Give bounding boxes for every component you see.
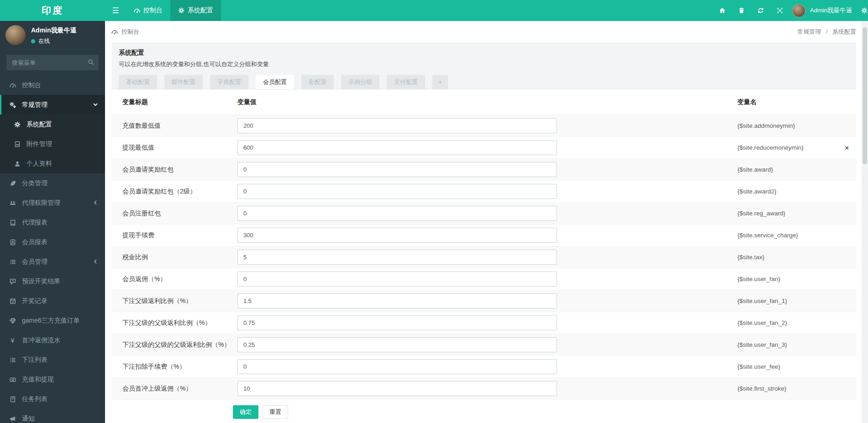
config-name-cell: {$site.reducemoneymin}× — [733, 144, 849, 151]
sidebar-item[interactable]: 分类管理 — [0, 173, 105, 193]
config-name-cell: {$site.user_fee} — [733, 363, 849, 370]
sidebar-item[interactable]: 会员管理 — [0, 252, 105, 272]
sidebar-item[interactable]: 常规管理 — [0, 95, 105, 115]
top-nav-item[interactable]: 控制台 — [126, 0, 170, 21]
sidebar-item[interactable]: 开奖记录 — [0, 291, 105, 311]
sidebar-item-label: 预设开奖结果 — [22, 277, 60, 286]
table-header-row: 变量标题 变量值 变量名 — [112, 89, 856, 115]
sidebar-item[interactable]: 会员报表 — [0, 232, 105, 252]
config-value-input[interactable] — [237, 162, 557, 177]
config-value-cell — [233, 315, 733, 330]
config-label: 税金比例 — [118, 253, 233, 261]
config-value-input[interactable] — [237, 337, 557, 352]
sidebar-item-label: 个人资料 — [26, 160, 52, 168]
tab-基础配置[interactable]: 基础配置 — [119, 75, 157, 89]
config-value-input[interactable] — [237, 315, 557, 330]
sidebar-item[interactable]: 代理权限管理 — [0, 193, 105, 213]
sidebar-item[interactable]: 控制台 — [0, 75, 105, 95]
sidebar-item[interactable]: 充值和提现 — [0, 370, 105, 389]
fullscreen-icon — [777, 7, 783, 14]
tab-支付配置[interactable]: 支付配置 — [387, 75, 425, 89]
avatar[interactable] — [5, 25, 26, 45]
config-value-input[interactable] — [237, 206, 557, 221]
config-value-input[interactable] — [237, 228, 557, 243]
sidebar-toggle-button[interactable]: ☰ — [105, 0, 126, 21]
gear-icon — [178, 7, 184, 14]
bullhorn-icon — [9, 416, 16, 422]
table-row: 会员邀请奖励红包{$site.award} — [112, 159, 856, 181]
table-row: 提现最低值{$site.reducemoneymin}× — [112, 137, 856, 159]
topbar-username[interactable]: Admin我最牛逼 — [810, 6, 852, 15]
sidebar-item[interactable]: 代理报表 — [0, 213, 105, 232]
sidebar-item[interactable]: 预设开奖结果 — [0, 272, 105, 291]
sidebar-item-label: 代理报表 — [22, 219, 47, 227]
sidebar-item[interactable]: 附件管理 — [0, 134, 105, 154]
config-tabs: 基础配置邮件配置字典配置会员配置彩配置示例分组支付配置+ — [119, 75, 849, 89]
tab-示例分组[interactable]: 示例分组 — [341, 75, 379, 89]
table-row: 下注父级的父级返利比例（%）{$site.user_fan_2} — [112, 312, 856, 334]
config-label: 下注父级返利比例（%） — [118, 297, 233, 305]
tab-邮件配置[interactable]: 邮件配置 — [164, 75, 203, 89]
config-var-name: {$site.user_fan_1} — [737, 298, 787, 304]
config-label: 充值数最低值 — [118, 122, 233, 130]
sidebar-item[interactable]: 个人资料 — [0, 154, 105, 173]
breadcrumb-section[interactable]: 常规管理 — [797, 28, 821, 35]
address-book-icon — [9, 239, 16, 245]
add-tab-button[interactable]: + — [432, 75, 448, 89]
close-icon[interactable]: × — [845, 144, 849, 151]
config-value-input[interactable] — [237, 140, 557, 155]
sidebar-item[interactable]: 下注列表 — [0, 350, 105, 370]
avatar[interactable] — [792, 4, 805, 17]
top-nav-item[interactable]: 系统配置 — [170, 0, 221, 21]
table-row: 下注扣除手续费（%）{$site.user_fee} — [112, 356, 856, 378]
config-value-input[interactable] — [237, 359, 557, 374]
search-input[interactable] — [6, 55, 99, 70]
config-var-name: {$site.tax} — [737, 254, 764, 261]
sidebar-item[interactable]: 系统配置 — [0, 115, 105, 134]
config-var-name: {$site.reg_award} — [737, 210, 785, 217]
sidebar-item-label: 代理权限管理 — [22, 199, 60, 207]
submit-button[interactable]: 确定 — [233, 405, 258, 419]
config-value-input[interactable] — [237, 118, 557, 133]
tab-字典配置[interactable]: 字典配置 — [210, 75, 248, 89]
config-value-cell — [233, 228, 733, 243]
home-icon[interactable] — [713, 0, 732, 21]
config-var-name: {$site.addmoneymin} — [737, 122, 795, 129]
config-label: 会员邀请奖励红包（2级） — [118, 188, 233, 196]
config-var-name: {$site.award2} — [737, 188, 777, 195]
table-row: 会员邀请奖励红包（2级）{$site.award2} — [112, 181, 856, 203]
scrollbar-thumb[interactable] — [863, 27, 867, 164]
sidebar-item[interactable]: 通知 — [0, 409, 105, 423]
user-icon — [14, 161, 21, 167]
refresh-icon[interactable] — [751, 0, 770, 21]
column-header: 变量值 — [233, 98, 733, 106]
sidebar-item[interactable]: ¥首冲返佣流水 — [0, 330, 105, 350]
tab-会员配置[interactable]: 会员配置 — [256, 75, 294, 89]
sidebar-item[interactable]: 任务列表 — [0, 389, 105, 409]
sidebar-item-label: 任务列表 — [22, 395, 47, 403]
reset-button[interactable]: 重置 — [263, 405, 288, 419]
tab-彩配置[interactable]: 彩配置 — [301, 75, 334, 89]
config-value-input[interactable] — [237, 184, 557, 199]
fullscreen-icon[interactable] — [770, 0, 789, 21]
panel-heading: 系统配置 可以在此增改系统的变量和分组,也可以自定义分组和变量 基础配置邮件配置… — [112, 42, 856, 89]
breadcrumb-left-label[interactable]: 控制台 — [121, 28, 139, 36]
config-value-input[interactable] — [237, 381, 557, 396]
gears-icon — [9, 102, 16, 108]
config-name-cell: {$site.user_fan_3} — [733, 341, 849, 348]
vertical-scrollbar[interactable] — [862, 21, 868, 423]
config-value-input[interactable] — [237, 293, 557, 308]
page-description: 可以在此增改系统的变量和分组,也可以自定义分组和变量 — [119, 60, 849, 68]
breadcrumb-page[interactable]: 系统配置 — [832, 28, 856, 35]
trash-icon[interactable] — [732, 0, 751, 21]
file-image-icon — [14, 141, 21, 147]
config-value-cell — [233, 359, 733, 374]
search-icon[interactable] — [88, 59, 94, 65]
settings-gear-icon[interactable] — [861, 0, 868, 21]
config-value-cell — [233, 381, 733, 396]
config-value-input[interactable] — [237, 250, 557, 265]
sidebar-item[interactable]: game6三方充值订单 — [0, 311, 105, 330]
config-label: 会员邀请奖励红包 — [118, 166, 233, 174]
breadcrumb: 控制台 — [111, 28, 139, 36]
config-value-input[interactable] — [237, 272, 557, 287]
